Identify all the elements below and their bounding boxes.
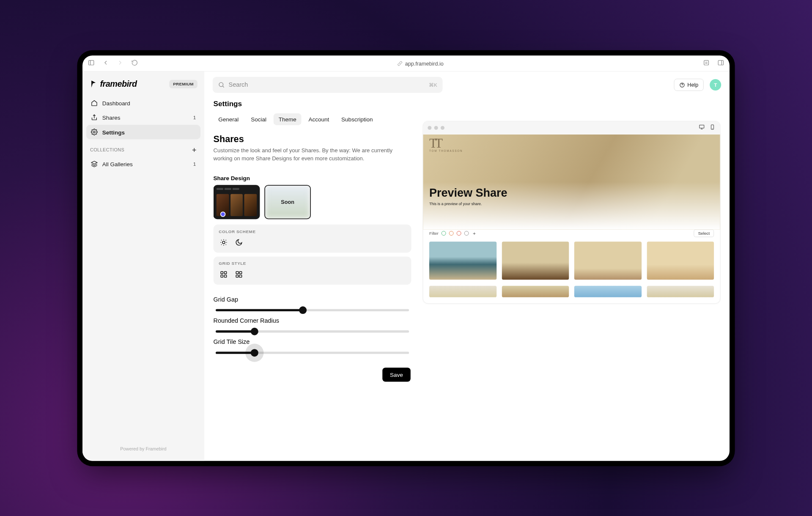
light-mode-button[interactable] [219, 237, 228, 247]
svg-rect-29 [236, 275, 238, 277]
desktop-icon [699, 124, 705, 130]
filter-color-orange[interactable] [449, 231, 454, 236]
svg-rect-30 [239, 275, 242, 277]
add-collection-button[interactable]: + [192, 146, 197, 154]
tab-account[interactable]: Account [304, 113, 334, 125]
sidebar-item-shares[interactable]: Shares 1 [86, 110, 200, 124]
svg-point-13 [682, 85, 683, 86]
sidebar-item-label: Dashboard [102, 100, 130, 106]
preview-tile[interactable] [429, 242, 497, 280]
filter-color-grey[interactable] [464, 231, 469, 236]
tab-theme[interactable]: Theme [274, 113, 301, 125]
svg-rect-28 [239, 272, 241, 274]
sun-icon [220, 239, 228, 246]
sidebar-item-settings[interactable]: Settings [86, 125, 200, 139]
svg-rect-23 [221, 272, 223, 274]
preview-tile[interactable] [429, 285, 497, 297]
sidebar-item-label: Settings [102, 129, 125, 135]
svg-rect-2 [704, 60, 709, 65]
svg-line-20 [226, 244, 226, 244]
svg-point-10 [219, 82, 223, 86]
preview-grid [423, 242, 720, 285]
search-placeholder: Search [229, 81, 248, 88]
filter-add-button[interactable]: + [473, 230, 476, 236]
settings-tabs: General Social Theme Account Subscriptio… [214, 113, 411, 125]
preview-tile[interactable] [574, 242, 642, 280]
address-bar[interactable]: app.framebird.io [145, 60, 696, 66]
help-icon [679, 82, 685, 87]
svg-line-19 [221, 240, 222, 240]
tab-subscription[interactable]: Subscription [336, 113, 378, 125]
settings-panel: Settings General Social Theme Account Su… [214, 98, 411, 452]
sidebar-item-dashboard[interactable]: Dashboard [86, 96, 200, 110]
sidebar-toggle-icon[interactable] [88, 59, 95, 67]
preview-tile[interactable] [574, 285, 642, 297]
grid-uniform-icon [220, 270, 228, 278]
svg-line-22 [221, 244, 222, 244]
collections-header: COLLECTIONS [90, 147, 124, 153]
filter-color-red[interactable] [457, 231, 461, 236]
color-scheme-label: COLOR SCHEME [219, 229, 406, 233]
help-button[interactable]: Help [674, 79, 704, 91]
preview-tile[interactable] [502, 285, 569, 297]
share-design-label: Share Design [214, 174, 411, 181]
corner-radius-slider[interactable] [216, 330, 409, 332]
main: Search ⌘K Help T Settings General Social… [204, 71, 730, 461]
filter-label: Filter [429, 231, 439, 236]
nav-forward-icon[interactable] [117, 59, 123, 67]
nav-back-icon[interactable] [102, 59, 109, 67]
svg-line-21 [226, 240, 226, 240]
sidebar-item-all-galleries[interactable]: All Galleries 1 [86, 156, 200, 171]
selected-indicator-icon [220, 211, 226, 217]
moon-icon [235, 239, 243, 246]
color-scheme-panel: COLOR SCHEME [214, 224, 411, 253]
topbar: Search ⌘K Help T [204, 71, 730, 98]
brand-name: framebird [100, 79, 137, 89]
tab-social[interactable]: Social [246, 113, 271, 125]
svg-line-11 [223, 86, 224, 87]
browser-toolbar: app.framebird.io [82, 55, 730, 71]
tile-size-slider[interactable] [216, 351, 409, 354]
preview-select-button[interactable]: Select [694, 229, 714, 237]
search-icon [218, 81, 225, 88]
tabs-icon[interactable] [717, 59, 724, 67]
grid-style-masonry-button[interactable] [234, 269, 244, 279]
search-input[interactable]: Search ⌘K [213, 77, 443, 93]
svg-marker-9 [91, 161, 97, 164]
preview-mobile-button[interactable] [709, 124, 715, 132]
help-label: Help [687, 82, 698, 88]
grid-gap-slider[interactable] [216, 309, 409, 311]
sidebar-item-count: 1 [193, 161, 196, 167]
grid-style-label: GRID STYLE [219, 261, 406, 266]
sidebar-item-count: 1 [193, 115, 196, 121]
grid-style-panel: GRID STYLE [214, 256, 411, 285]
preview-tile[interactable] [502, 242, 569, 280]
preview-grid-row2 [423, 285, 720, 303]
tab-general[interactable]: General [214, 113, 244, 125]
preview-tile[interactable] [647, 285, 714, 297]
filter-color-green[interactable] [442, 231, 446, 236]
grid-style-uniform-button[interactable] [219, 269, 228, 279]
preview-desktop-button[interactable] [699, 124, 705, 132]
brand-logo[interactable]: framebird [89, 79, 137, 89]
preview-tile[interactable] [647, 242, 714, 280]
sidebar: framebird PREMIUM Dashboard Shares 1 Set… [82, 71, 204, 461]
search-shortcut: ⌘K [429, 82, 437, 87]
grid-masonry-icon [235, 270, 243, 278]
save-button[interactable]: Save [382, 368, 411, 382]
svg-rect-31 [700, 125, 704, 128]
avatar[interactable]: T [710, 79, 721, 91]
grid-gap-label: Grid Gap [214, 296, 411, 303]
share-design-option-1[interactable] [214, 185, 260, 219]
dark-mode-button[interactable] [234, 237, 244, 247]
preview-hero: TT TOM THOMASSON Preview Share This is a… [423, 134, 720, 229]
share-design-option-soon: Soon [264, 185, 311, 219]
share-icon[interactable] [703, 59, 710, 67]
reload-icon[interactable] [131, 59, 138, 67]
section-description: Customize the look and feel of your Shar… [214, 146, 404, 162]
preview-brand-sub: TOM THOMASSON [429, 149, 714, 152]
corner-radius-label: Rounded Corner Radius [214, 317, 411, 324]
svg-rect-24 [224, 272, 226, 274]
svg-point-8 [93, 131, 95, 133]
svg-rect-5 [718, 60, 723, 65]
